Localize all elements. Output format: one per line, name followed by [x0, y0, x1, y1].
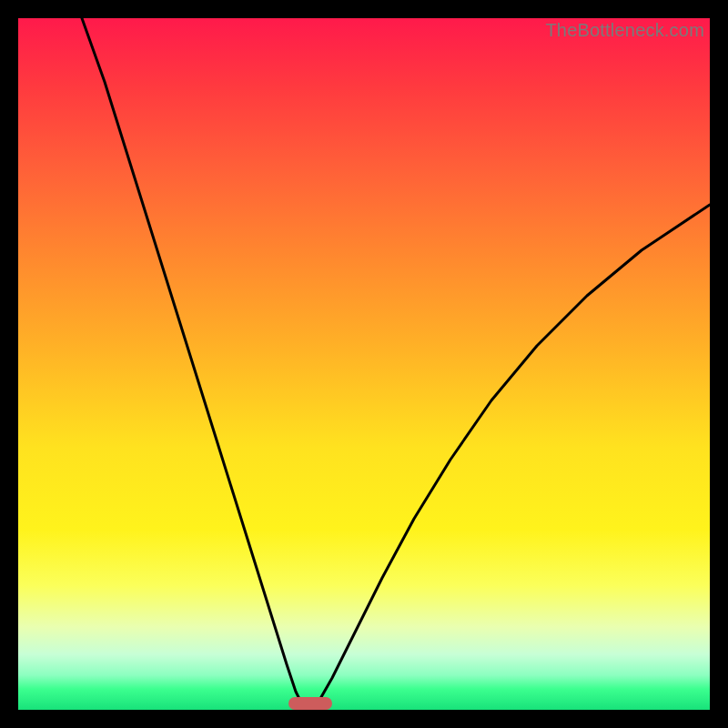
plot-frame: TheBottleneck.com: [18, 18, 710, 710]
watermark-text: TheBottleneck.com: [545, 20, 704, 41]
curve-path: [82, 18, 710, 710]
optimal-marker: [288, 697, 332, 710]
bottleneck-curve: [18, 18, 710, 710]
